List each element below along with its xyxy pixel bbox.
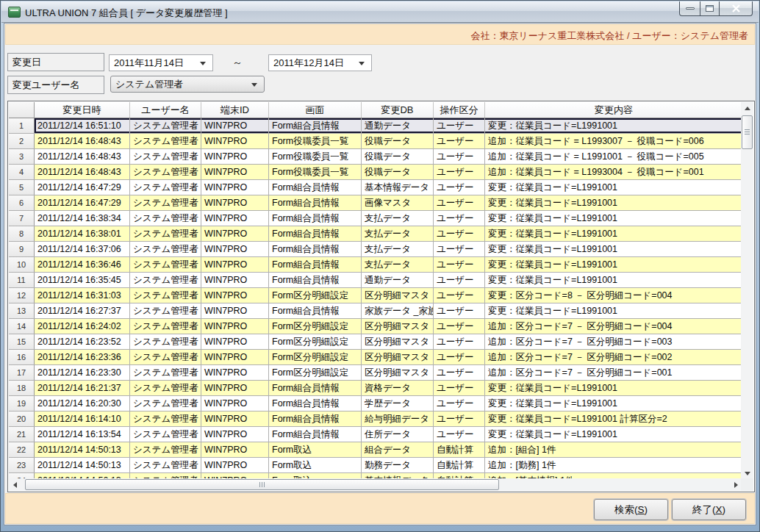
- exit-button[interactable]: 終了(X): [672, 499, 746, 520]
- table-row[interactable]: 17 2011/12/14 16:23:30 システム管理者 WIN7PRO F…: [9, 365, 742, 381]
- minimize-button[interactable]: [679, 1, 700, 16]
- cell-terminal-id: WIN7PRO: [201, 319, 269, 334]
- table-row[interactable]: 9 2011/12/14 16:37:06 システム管理者 WIN7PRO Fo…: [9, 242, 742, 257]
- close-button[interactable]: [719, 1, 753, 16]
- table-row[interactable]: 8 2011/12/14 16:38:01 システム管理者 WIN7PRO Fo…: [9, 226, 742, 242]
- table-row[interactable]: 19 2011/12/14 16:20:30 システム管理者 WIN7PRO F…: [9, 396, 742, 411]
- date-from-picker[interactable]: 2011年11月14日: [109, 54, 213, 71]
- user-combobox[interactable]: システム管理者: [110, 76, 265, 93]
- row-number-cell: 9: [9, 242, 35, 256]
- cell-user-name: システム管理者: [130, 427, 201, 442]
- date-to-picker[interactable]: 2011年12月14日: [268, 54, 372, 71]
- cell-change-db: 区分明細マスタ: [362, 365, 434, 380]
- chevron-down-icon[interactable]: [251, 83, 257, 87]
- column-header[interactable]: [9, 102, 35, 118]
- chevron-down-icon[interactable]: [200, 62, 206, 65]
- date-range-tilde: ～: [232, 57, 243, 70]
- cell-user-name: システム管理者: [130, 118, 201, 133]
- table-row[interactable]: 20 2011/12/14 16:14:10 システム管理者 WIN7PRO F…: [9, 411, 742, 427]
- cell-operation-type: ユーザー: [434, 242, 485, 256]
- cell-screen: Form取込: [269, 442, 362, 457]
- table-row[interactable]: 3 2011/12/14 16:48:43 システム管理者 WIN7PRO Fo…: [9, 149, 742, 165]
- cell-operation-type: ユーザー: [434, 334, 485, 349]
- cell-terminal-id: WIN7PRO: [201, 411, 269, 426]
- cell-operation-type: ユーザー: [434, 211, 485, 226]
- table-row[interactable]: 15 2011/12/14 16:23:52 システム管理者 WIN7PRO F…: [9, 334, 742, 350]
- cell-change-detail: 追加：区分コード=7 － 区分明細コード=002: [485, 350, 742, 364]
- scroll-up-button[interactable]: [741, 102, 753, 115]
- cell-user-name: システム管理者: [130, 242, 201, 256]
- title-bar[interactable]: ULTRA UNION 7 組合員 [ データ変更履歴管理 ]: [1, 1, 759, 23]
- cell-terminal-id: WIN7PRO: [201, 180, 269, 195]
- cell-change-detail: 変更：従業員コード=L1991001 計算区分=2: [485, 411, 742, 426]
- search-button[interactable]: 検索(S): [594, 499, 668, 520]
- table-row[interactable]: 14 2011/12/14 16:24:02 システム管理者 WIN7PRO F…: [9, 319, 742, 334]
- table-row[interactable]: 4 2011/12/14 16:48:43 システム管理者 WIN7PRO Fo…: [9, 165, 742, 180]
- cell-change-detail: 変更：従業員コード=L1991001: [485, 211, 742, 226]
- column-header[interactable]: 変更DB: [362, 102, 434, 118]
- cell-user-name: システム管理者: [130, 381, 201, 395]
- table-row[interactable]: 11 2011/12/14 16:35:45 システム管理者 WIN7PRO F…: [9, 273, 742, 288]
- cell-change-datetime: 2011/12/14 16:38:01: [35, 226, 130, 241]
- horizontal-scrollbar[interactable]: [9, 478, 742, 491]
- search-button-label-close: ): [645, 504, 648, 515]
- table-row[interactable]: 23 2011/12/14 14:50:13 システム管理者 WIN7PRO F…: [9, 458, 742, 473]
- column-header[interactable]: ユーザー名: [130, 102, 201, 118]
- horizontal-scroll-thumb[interactable]: [25, 479, 499, 490]
- row-number-cell: 13: [9, 303, 35, 318]
- cell-screen: Form組合員情報: [269, 303, 362, 318]
- cell-user-name: システム管理者: [130, 211, 201, 226]
- cell-change-db: 住所データ: [362, 427, 434, 442]
- vertical-scrollbar[interactable]: [741, 102, 753, 480]
- table-row[interactable]: 21 2011/12/14 16:13:54 システム管理者 WIN7PRO F…: [9, 427, 742, 442]
- cell-operation-type: 自動計算: [434, 458, 485, 472]
- cell-change-detail: 追加：区分コード=7 － 区分明細コード=001: [485, 365, 742, 380]
- table-row[interactable]: 18 2011/12/14 16:21:37 システム管理者 WIN7PRO F…: [9, 381, 742, 396]
- cell-terminal-id: WIN7PRO: [201, 396, 269, 411]
- cell-change-datetime: 2011/12/14 16:47:29: [35, 180, 130, 195]
- cell-change-detail: 変更：従業員コード=L1991001: [485, 303, 742, 318]
- cell-operation-type: ユーザー: [434, 365, 485, 380]
- table-row[interactable]: 5 2011/12/14 16:47:29 システム管理者 WIN7PRO Fo…: [9, 180, 742, 195]
- table-row[interactable]: 22 2011/12/14 14:50:13 システム管理者 WIN7PRO F…: [9, 442, 742, 458]
- vertical-scroll-thumb[interactable]: [742, 115, 753, 149]
- table-row[interactable]: 2 2011/12/14 16:48:43 システム管理者 WIN7PRO Fo…: [9, 134, 742, 149]
- cell-operation-type: ユーザー: [434, 134, 485, 148]
- cell-change-db: 資格データ: [362, 381, 434, 395]
- table-row[interactable]: 1 2011/12/14 16:51:10 システム管理者 WIN7PRO Fo…: [9, 118, 742, 134]
- cell-change-datetime: 2011/12/14 16:23:36: [35, 350, 130, 364]
- cell-user-name: システム管理者: [130, 442, 201, 457]
- maximize-button[interactable]: [700, 1, 720, 16]
- arrow-right-icon: [734, 482, 738, 488]
- cell-user-name: システム管理者: [130, 273, 201, 287]
- row-number-cell: 11: [9, 273, 35, 287]
- cell-change-detail: 変更：従業員コード=L1991001: [485, 381, 742, 395]
- table-row[interactable]: 6 2011/12/14 16:47:29 システム管理者 WIN7PRO Fo…: [9, 195, 742, 211]
- table-row[interactable]: 16 2011/12/14 16:23:36 システム管理者 WIN7PRO F…: [9, 350, 742, 365]
- cell-change-detail: 変更：従業員コード=L1991001: [485, 226, 742, 241]
- column-header[interactable]: 変更内容: [485, 102, 742, 118]
- cell-change-detail: 追加：従業員コード = L1993004 － 役職コード=001: [485, 165, 742, 179]
- cell-operation-type: ユーザー: [434, 226, 485, 241]
- column-header[interactable]: 操作区分: [434, 102, 485, 118]
- cell-screen: Form区分明細設定: [269, 350, 362, 364]
- cell-change-datetime: 2011/12/14 16:51:10: [35, 118, 130, 133]
- cell-user-name: システム管理者: [130, 396, 201, 411]
- cell-change-db: 区分明細マスタ: [362, 334, 434, 349]
- cell-screen: Form区分明細設定: [269, 288, 362, 303]
- column-header[interactable]: 画面: [269, 102, 362, 118]
- table-row[interactable]: 10 2011/12/14 16:36:46 システム管理者 WIN7PRO F…: [9, 257, 742, 273]
- row-number-cell: 2: [9, 134, 35, 148]
- cell-change-datetime: 2011/12/14 16:48:43: [35, 134, 130, 148]
- table-row[interactable]: 7 2011/12/14 16:38:34 システム管理者 WIN7PRO Fo…: [9, 211, 742, 226]
- cell-change-datetime: 2011/12/14 16:35:45: [35, 273, 130, 287]
- cell-terminal-id: WIN7PRO: [201, 134, 269, 148]
- scroll-left-button[interactable]: [9, 478, 21, 491]
- table-row[interactable]: 13 2011/12/14 16:27:37 システム管理者 WIN7PRO F…: [9, 303, 742, 319]
- column-header[interactable]: 端末ID: [201, 102, 269, 118]
- cell-terminal-id: WIN7PRO: [201, 257, 269, 272]
- row-number-cell: 23: [9, 458, 35, 472]
- table-row[interactable]: 12 2011/12/14 16:31:03 システム管理者 WIN7PRO F…: [9, 288, 742, 303]
- column-header[interactable]: 変更日時: [35, 102, 130, 118]
- chevron-down-icon[interactable]: [359, 62, 365, 65]
